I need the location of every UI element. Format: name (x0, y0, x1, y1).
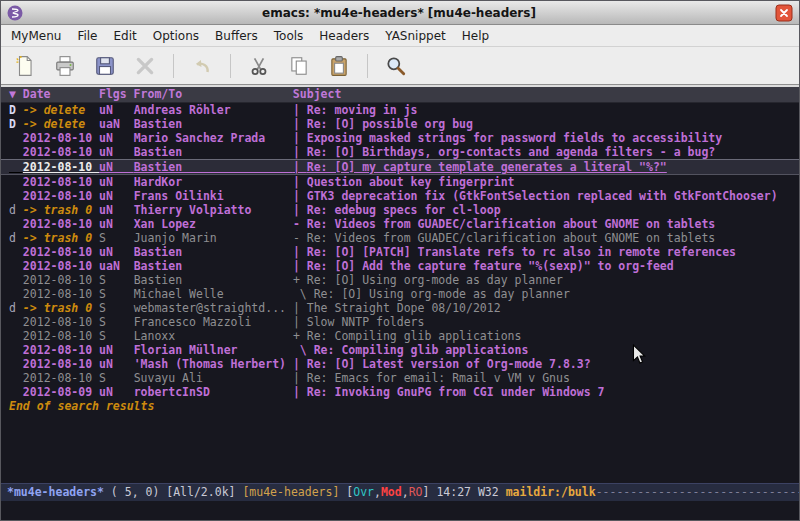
from-column: Suvayu Ali (134, 371, 293, 385)
date-column: 2012-08-10 (23, 329, 99, 343)
mark-column (9, 189, 23, 203)
from-column: Florian Müllner (134, 343, 293, 357)
date-column: 2012-08-10 (23, 357, 99, 371)
menu-help[interactable]: Help (454, 25, 497, 46)
window-close-button[interactable] (775, 4, 793, 22)
print-button[interactable] (51, 52, 79, 80)
modeline-segment-plain: , (374, 485, 381, 499)
flags-column: uN (99, 385, 134, 399)
subject-column: Re: [O] Latest version of Org-mode 7.8.3… (307, 357, 591, 371)
new-file-button[interactable] (11, 52, 39, 80)
from-column: 'Mash (Thomas Herbert) (134, 357, 293, 371)
thread-separator: | (293, 315, 307, 329)
message-row[interactable]: 2012-08-10 uN Bastien | Re: [O] my captu… (1, 159, 799, 175)
message-row[interactable]: D -> delete uN Andreas Röhler | Re: movi… (1, 103, 799, 117)
mark-column: D (9, 103, 23, 117)
subject-column: Re: Videos from GUADEC/clarification abo… (307, 231, 716, 245)
date-column: 2012-08-09 (23, 385, 99, 399)
menu-buffers[interactable]: Buffers (207, 25, 266, 46)
save-button[interactable] (91, 52, 119, 80)
thread-separator: + (293, 329, 307, 343)
menu-file[interactable]: File (69, 25, 105, 46)
from-column: HardKor (134, 175, 293, 189)
from-column: Andreas Röhler (134, 103, 293, 117)
flags-column: uaN (99, 259, 134, 273)
mark-column (9, 287, 23, 301)
message-list: D -> delete uN Andreas Röhler | Re: movi… (1, 103, 799, 399)
mark-column (9, 217, 23, 231)
undo-button[interactable] (188, 52, 216, 80)
date-column: 2012-08-10 (23, 287, 99, 301)
date-column: 2012-08-10 (23, 315, 99, 329)
thread-separator: | (293, 259, 307, 273)
menu-tools[interactable]: Tools (266, 25, 312, 46)
new-file-icon (14, 55, 36, 77)
message-row[interactable]: 2012-08-10 S Suvayu Ali | Re: Emacs for … (1, 371, 799, 385)
close-button[interactable] (131, 52, 159, 80)
message-row[interactable]: 2012-08-10 S Francesco Mazzoli | Slow NN… (1, 315, 799, 329)
message-row[interactable]: 2012-08-10 S Michael Welle \ Re: [O] Usi… (1, 287, 799, 301)
flags-column: S (99, 315, 134, 329)
message-row[interactable]: 2012-08-10 uN HardKor | Question about k… (1, 175, 799, 189)
message-row[interactable]: d -> trash 0 S Juanjo Marin - Re: Videos… (1, 231, 799, 245)
menu-yasnippet[interactable]: YASnippet (377, 25, 454, 46)
thread-separator: + (293, 273, 307, 287)
modeline-segment-plain: , (402, 485, 409, 499)
message-row[interactable]: 2012-08-09 uN robertcInSD | Re: Invoking… (1, 385, 799, 399)
thread-separator: | (293, 145, 307, 159)
search-button[interactable] (382, 52, 410, 80)
from-column: Bastien (134, 117, 293, 131)
message-row[interactable]: d -> trash 0 uN Thierry Volpiatto | Re: … (1, 203, 799, 217)
message-row[interactable]: 2012-08-10 uN Bastien | Re: [O] [PATCH] … (1, 245, 799, 259)
date-column: 2012-08-10 (23, 259, 99, 273)
echo-area (1, 501, 799, 520)
headers-column-header[interactable]: ▼ Date Flgs From/To Subject (1, 87, 799, 103)
modeline-segment-minor: [mu4e-headers] (242, 485, 346, 499)
message-row[interactable]: 2012-08-10 uN Mario Sanchez Prada | Expo… (1, 131, 799, 145)
from-column: webmaster@straightd... (134, 301, 293, 315)
message-row[interactable]: d -> trash 0 S webmaster@straightd... | … (1, 301, 799, 315)
menu-headers[interactable]: Headers (311, 25, 377, 46)
message-row[interactable]: 2012-08-10 uN Xan Lopez - Re: Videos fro… (1, 217, 799, 231)
message-row[interactable]: 2012-08-10 uN Frans Oilinki | GTK3 depre… (1, 189, 799, 203)
message-row[interactable]: 2012-08-10 uN 'Mash (Thomas Herbert) | R… (1, 357, 799, 371)
mark-column (9, 175, 23, 189)
flags-column: uN (99, 160, 134, 174)
cut-button[interactable] (245, 52, 273, 80)
mark-column: d (9, 301, 23, 315)
mark-column (9, 329, 23, 343)
message-row[interactable]: 2012-08-10 S Lanoxx + Re: Compiling glib… (1, 329, 799, 343)
thread-separator: | (293, 160, 307, 174)
flags-column: S (99, 329, 134, 343)
message-row[interactable]: 2012-08-10 uaN Bastien | Re: [O] Add the… (1, 259, 799, 273)
paste-button[interactable] (325, 52, 353, 80)
copy-icon (288, 55, 310, 77)
mark-column (9, 160, 23, 174)
thread-separator: | (293, 203, 307, 217)
toolbar-separator (230, 54, 231, 78)
modeline-segment-buffer: *mu4e-headers* (7, 485, 111, 499)
menu-mymenu[interactable]: MyMenu (3, 25, 69, 46)
message-row[interactable]: 2012-08-10 uN Florian Müllner \ Re: Comp… (1, 343, 799, 357)
subject-column: Re: Compiling glib applications (307, 329, 522, 343)
menu-edit[interactable]: Edit (106, 25, 145, 46)
menu-options[interactable]: Options (145, 25, 207, 46)
message-row[interactable]: D -> delete uaN Bastien | Re: [O] possib… (1, 117, 799, 131)
modeline-segment-plain: 14:27 W32 (436, 485, 505, 499)
thread-separator: | (293, 175, 307, 189)
from-column: Lanoxx (134, 329, 293, 343)
message-row[interactable]: 2012-08-10 uN Bastien | Re: [O] Birthday… (1, 145, 799, 159)
from-column: Bastien (134, 273, 293, 287)
toolbar-separator (173, 54, 174, 78)
copy-button[interactable] (285, 52, 313, 80)
toolbar-separator (367, 54, 368, 78)
modeline-segment-dashes: ----------------------------------------… (596, 485, 799, 499)
emacs-frame: ▼ Date Flgs From/To Subject D -> delete … (1, 85, 799, 520)
message-row[interactable]: 2012-08-10 S Bastien + Re: [O] Using org… (1, 273, 799, 287)
subject-column: GTK3 deprecation fix (GtkFontSelection r… (307, 189, 778, 203)
mode-line[interactable]: *mu4e-headers* ( 5, 0) [All/2.0k] [mu4e-… (1, 483, 799, 501)
mark-column (9, 385, 23, 399)
flags-column: uN (99, 131, 134, 145)
mark-column (9, 259, 23, 273)
subject-column: Re: [O] my capture template generates a … (307, 160, 667, 174)
